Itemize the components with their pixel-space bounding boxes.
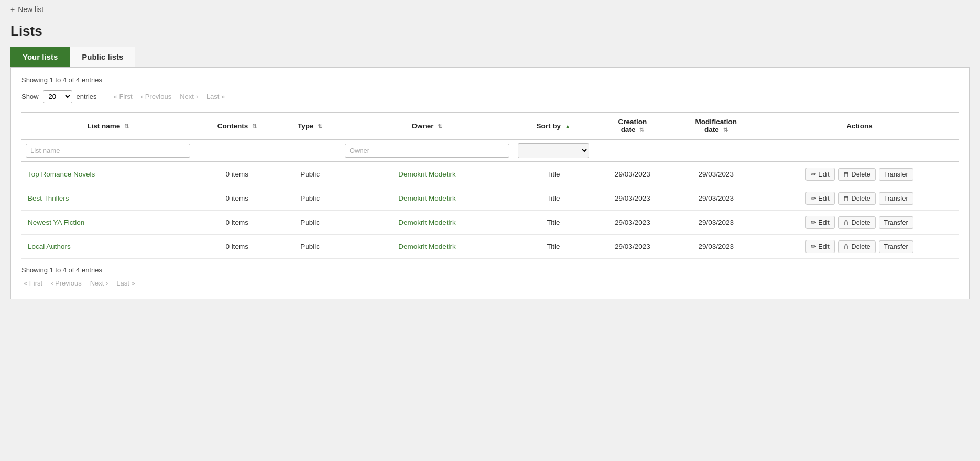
edit-button-1[interactable]: ✏ Edit <box>805 192 835 205</box>
col-list-name[interactable]: List name ⇅ <box>21 112 194 139</box>
filter-list-name-cell <box>21 139 194 162</box>
owner-link-1[interactable]: Demokrit Modetirk <box>398 194 456 202</box>
cell-modification-date-3: 29/03/2023 <box>672 235 760 259</box>
delete-button-0[interactable]: 🗑 Delete <box>838 168 876 181</box>
col-owner[interactable]: Owner ⇅ <box>341 112 514 139</box>
previous-link-bottom[interactable]: ‹ Previous <box>49 278 84 288</box>
col-creation-date[interactable]: Creationdate ⇅ <box>593 112 672 139</box>
table-body: Top Romance Novels 0 items Public Demokr… <box>21 162 959 259</box>
transfer-button-1[interactable]: Transfer <box>879 192 913 205</box>
filter-owner-input[interactable] <box>345 144 509 158</box>
delete-button-2[interactable]: 🗑 Delete <box>838 216 876 229</box>
cell-list-name-3: Local Authors <box>21 235 194 259</box>
next-link-bottom[interactable]: Next › <box>88 278 111 288</box>
pencil-icon-3: ✏ <box>811 243 816 250</box>
first-link-top[interactable]: « First <box>112 92 135 102</box>
sort-icon-sort-by: ▲ <box>565 123 571 129</box>
owner-link-2[interactable]: Demokrit Modetirk <box>398 218 456 226</box>
previous-link-top[interactable]: ‹ Previous <box>139 92 174 102</box>
edit-button-0[interactable]: ✏ Edit <box>805 168 835 181</box>
cell-actions-2: ✏ Edit 🗑 Delete Transfer <box>760 211 959 235</box>
list-name-link-0[interactable]: Top Romance Novels <box>28 170 95 178</box>
col-modification-date[interactable]: Modificationdate ⇅ <box>672 112 760 139</box>
sort-icon-creation-date: ⇅ <box>639 127 644 134</box>
cell-contents-0: 0 items <box>194 162 279 186</box>
sort-icon-contents: ⇅ <box>252 123 257 130</box>
last-link-bottom[interactable]: Last » <box>114 278 137 288</box>
cell-creation-date-1: 29/03/2023 <box>593 186 672 211</box>
list-name-link-2[interactable]: Newest YA Fiction <box>28 218 84 226</box>
filter-creation-date-cell <box>593 139 672 162</box>
lists-table: List name ⇅ Contents ⇅ Type ⇅ Owner ⇅ <box>21 112 959 259</box>
trash-icon-3: 🗑 <box>843 243 850 250</box>
filter-actions-cell <box>760 139 959 162</box>
filter-list-name-input[interactable] <box>26 144 190 158</box>
cell-contents-3: 0 items <box>194 235 279 259</box>
cell-modification-date-0: 29/03/2023 <box>672 162 760 186</box>
cell-list-name-0: Top Romance Novels <box>21 162 194 186</box>
top-pagination-row: Show 10 20 50 100 entries « First ‹ Prev… <box>21 90 959 103</box>
delete-button-1[interactable]: 🗑 Delete <box>838 192 876 205</box>
table-row: Newest YA Fiction 0 items Public Demokri… <box>21 211 959 235</box>
edit-button-3[interactable]: ✏ Edit <box>805 240 835 253</box>
cell-creation-date-0: 29/03/2023 <box>593 162 672 186</box>
cell-creation-date-3: 29/03/2023 <box>593 235 672 259</box>
cell-contents-2: 0 items <box>194 211 279 235</box>
last-link-top[interactable]: Last » <box>204 92 227 102</box>
edit-button-2[interactable]: ✏ Edit <box>805 216 835 229</box>
cell-contents-1: 0 items <box>194 186 279 211</box>
cell-sort-by-0: Title <box>514 162 593 186</box>
trash-icon-1: 🗑 <box>843 195 850 202</box>
content-box: Showing 1 to 4 of 4 entries Show 10 20 5… <box>10 67 970 299</box>
cell-creation-date-2: 29/03/2023 <box>593 211 672 235</box>
col-actions: Actions <box>760 112 959 139</box>
list-name-link-1[interactable]: Best Thrillers <box>28 194 69 202</box>
new-list-text: New list <box>18 5 43 14</box>
entries-label: entries <box>77 93 97 101</box>
tab-your-lists[interactable]: Your lists <box>10 47 70 67</box>
transfer-button-3[interactable]: Transfer <box>879 240 913 253</box>
next-link-top[interactable]: Next › <box>178 92 200 102</box>
filter-type-cell <box>279 139 340 162</box>
col-contents[interactable]: Contents ⇅ <box>194 112 279 139</box>
show-select[interactable]: 10 20 50 100 <box>43 90 72 103</box>
filter-modification-date-cell <box>672 139 760 162</box>
cell-owner-0: Demokrit Modetirk <box>341 162 514 186</box>
plus-icon: + <box>10 5 15 14</box>
page-wrapper: + New list Lists Your lists Public lists… <box>0 0 980 461</box>
tabs-container: Your lists Public lists <box>10 47 970 67</box>
filter-sort-by-select[interactable]: Title Author <box>518 143 589 158</box>
cell-sort-by-1: Title <box>514 186 593 211</box>
transfer-button-0[interactable]: Transfer <box>879 168 913 181</box>
table-row: Best Thrillers 0 items Public Demokrit M… <box>21 186 959 211</box>
trash-icon-0: 🗑 <box>843 171 850 178</box>
cell-list-name-1: Best Thrillers <box>21 186 194 211</box>
cell-owner-3: Demokrit Modetirk <box>341 235 514 259</box>
sort-icon-type: ⇅ <box>318 123 322 130</box>
filter-sort-by-cell: Title Author <box>514 139 593 162</box>
cell-modification-date-2: 29/03/2023 <box>672 211 760 235</box>
owner-link-3[interactable]: Demokrit Modetirk <box>398 243 456 250</box>
cell-actions-3: ✏ Edit 🗑 Delete Transfer <box>760 235 959 259</box>
new-list-link[interactable]: + New list <box>10 5 43 14</box>
list-name-link-3[interactable]: Local Authors <box>28 243 71 250</box>
first-link-bottom[interactable]: « First <box>21 278 45 288</box>
trash-icon-2: 🗑 <box>843 219 850 226</box>
cell-owner-1: Demokrit Modetirk <box>341 186 514 211</box>
owner-link-0[interactable]: Demokrit Modetirk <box>398 170 456 178</box>
show-label: Show <box>21 93 39 101</box>
cell-actions-1: ✏ Edit 🗑 Delete Transfer <box>760 186 959 211</box>
filter-contents-cell <box>194 139 279 162</box>
tab-public-lists[interactable]: Public lists <box>70 47 135 67</box>
col-sort-by[interactable]: Sort by ▲ <box>514 112 593 139</box>
cell-modification-date-1: 29/03/2023 <box>672 186 760 211</box>
table-row: Local Authors 0 items Public Demokrit Mo… <box>21 235 959 259</box>
filter-row: Title Author <box>21 139 959 162</box>
cell-sort-by-2: Title <box>514 211 593 235</box>
page-title: Lists <box>10 23 970 39</box>
delete-button-3[interactable]: 🗑 Delete <box>838 240 876 253</box>
col-type[interactable]: Type ⇅ <box>279 112 340 139</box>
transfer-button-2[interactable]: Transfer <box>879 216 913 229</box>
filter-owner-cell <box>341 139 514 162</box>
cell-owner-2: Demokrit Modetirk <box>341 211 514 235</box>
